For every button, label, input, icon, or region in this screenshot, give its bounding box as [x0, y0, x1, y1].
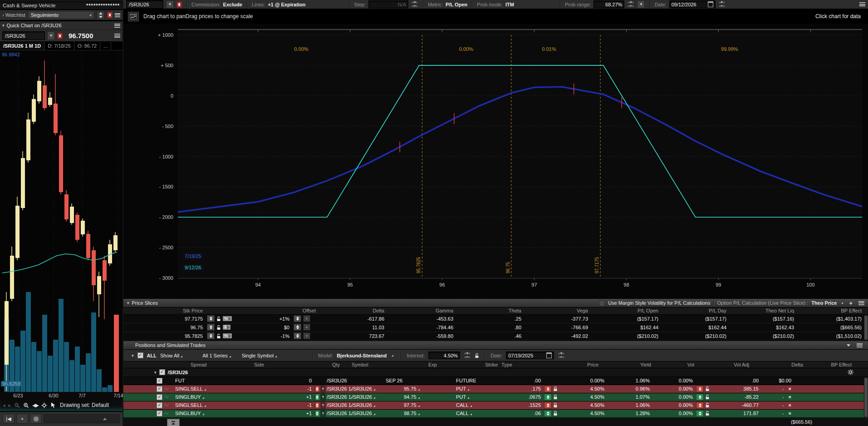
- all-checkbox[interactable]: ✓: [137, 352, 143, 358]
- remove-row-icon[interactable]: ×: [789, 402, 791, 408]
- exp-value[interactable]: SEP 26: [352, 378, 404, 383]
- vol-adj-value[interactable]: 0.00%: [651, 386, 694, 391]
- col-exp[interactable]: Exp: [404, 362, 456, 367]
- sidebar-scroll-track[interactable]: [44, 414, 120, 423]
- zoom-out-icon[interactable]: [14, 402, 20, 408]
- lock-open-icon[interactable]: [705, 386, 710, 391]
- value-stepper[interactable]: [294, 324, 301, 331]
- mini-chart-canvas[interactable]: [0, 50, 123, 392]
- value-stepper[interactable]: [315, 410, 320, 417]
- crosshair-icon[interactable]: [41, 402, 47, 408]
- qty-value[interactable]: -1: [254, 402, 313, 408]
- value-stepper[interactable]: [294, 315, 301, 322]
- lock-closed-icon[interactable]: [553, 386, 558, 391]
- collapse-caret-icon[interactable]: ▾: [127, 301, 129, 305]
- lines-value[interactable]: +1 @ Expiration: [268, 2, 305, 7]
- gear-icon[interactable]: [30, 414, 42, 424]
- strike-value[interactable]: 97.75: [404, 402, 456, 408]
- col-vol-adj[interactable]: Vol Adj: [694, 362, 760, 367]
- prob-range-stepper[interactable]: +−: [627, 1, 634, 8]
- col-type[interactable]: Type: [501, 362, 542, 367]
- remove-row-icon[interactable]: ×: [789, 394, 791, 400]
- positions-scrollbar[interactable]: [864, 377, 868, 418]
- type-value[interactable]: CALL: [456, 411, 501, 416]
- col-side[interactable]: Side: [254, 362, 313, 367]
- symbol-value[interactable]: /SR3U26: [327, 378, 352, 383]
- vol-adj-value[interactable]: 0.00%: [651, 394, 694, 400]
- single-symbol-dropdown[interactable]: Single Symbol: [242, 353, 277, 358]
- col-spread[interactable]: Spread: [191, 362, 254, 367]
- lock-open-icon[interactable]: [705, 411, 710, 416]
- exp-value[interactable]: /SR3U26: [352, 411, 404, 416]
- symbol-input[interactable]: /SR3U26: [2, 31, 45, 40]
- prob-range-input[interactable]: 68.27%: [593, 0, 624, 8]
- watchlist-selector[interactable]: Seguimiento: [28, 11, 94, 19]
- qty-value[interactable]: +1: [254, 394, 313, 400]
- date-stepper[interactable]: +−: [718, 1, 726, 8]
- step-input[interactable]: N/A: [368, 0, 408, 8]
- type-value[interactable]: PUT: [456, 394, 501, 400]
- price-slices-menu-icon[interactable]: [858, 301, 864, 305]
- lock-closed-icon[interactable]: [553, 394, 558, 400]
- lock-open-icon[interactable]: [216, 316, 221, 322]
- sim-date-input[interactable]: 07/19/2025: [506, 352, 554, 359]
- col-vega[interactable]: Vega: [523, 308, 589, 313]
- add-slice-button[interactable]: +: [846, 300, 855, 307]
- row-checkbox[interactable]: ✓: [157, 402, 162, 408]
- group-checkbox[interactable]: ✓: [159, 369, 165, 375]
- symbol-row-menu-icon[interactable]: [114, 34, 120, 38]
- vol-adj-value[interactable]: 0.00%: [651, 402, 694, 408]
- value-stepper[interactable]: [544, 402, 552, 409]
- row-checkbox[interactable]: ✓: [157, 411, 162, 416]
- watchlist-menu-icon[interactable]: [115, 13, 120, 17]
- chart-more-tab[interactable]: ...: [100, 42, 111, 50]
- value-stepper[interactable]: [696, 394, 704, 401]
- risk-profile-chart[interactable]: + 1000+ 5000- 500- 1000- 1500- 2000- 250…: [123, 24, 868, 298]
- col-stk-price[interactable]: Stk Price: [123, 308, 204, 313]
- show-all-dropdown[interactable]: Show All: [160, 353, 182, 358]
- link-group-red-icon[interactable]: [107, 12, 113, 18]
- dropdown-icon[interactable]: ▾: [303, 315, 310, 322]
- dropdown-icon[interactable]: ▾: [321, 402, 325, 409]
- calendar-icon[interactable]: [708, 1, 713, 7]
- lock-open-icon[interactable]: [216, 325, 221, 330]
- chart-style-icon[interactable]: [128, 12, 139, 21]
- col-delta[interactable]: Delta: [760, 362, 803, 367]
- col-pl-day[interactable]: P/L Day: [660, 308, 728, 313]
- col-pl-open[interactable]: P/L Open: [589, 308, 660, 313]
- symbol-dropdown-icon[interactable]: ▼: [47, 31, 55, 40]
- side-value[interactable]: SELL: [191, 386, 254, 391]
- pl-calc-value[interactable]: Theo Price: [811, 300, 837, 306]
- col-delta[interactable]: Delta: [319, 308, 386, 313]
- watchlist-expander[interactable]: › Watchlist: [2, 12, 25, 18]
- mini-candle-chart[interactable]: 96.9842 96.6258: [0, 50, 123, 392]
- sim-date-stepper[interactable]: +−: [558, 352, 565, 359]
- collapse-caret-icon[interactable]: ▾: [132, 353, 134, 358]
- cursor-icon[interactable]: [50, 402, 56, 408]
- model-value[interactable]: Bjerksund-Stensland: [337, 353, 387, 358]
- type-value[interactable]: PUT: [456, 386, 501, 391]
- col-yield[interactable]: Yield: [606, 362, 651, 367]
- offset-value[interactable]: $0: [241, 325, 291, 330]
- col-symbol[interactable]: Symbol: [352, 362, 404, 367]
- margin-volatility-checkbox[interactable]: [599, 300, 605, 306]
- value-stepper[interactable]: [207, 324, 215, 331]
- risk-chart-canvas[interactable]: + 1000+ 5000- 500- 1000- 1500- 2000- 250…: [123, 24, 868, 298]
- symbol-value[interactable]: /SR3U26 1/250...: [327, 411, 352, 416]
- symbol-group-row[interactable]: ▾ ✓ /SR3U26: [123, 368, 868, 377]
- strike-value[interactable]: 95.75: [404, 386, 456, 391]
- add-button[interactable]: +: [16, 414, 28, 424]
- lock-open-icon[interactable]: [705, 394, 710, 400]
- dropdown-icon[interactable]: ▾: [321, 410, 325, 417]
- offset-unit-badge[interactable]: $: [223, 325, 230, 330]
- offset-value[interactable]: +1%: [241, 316, 291, 322]
- interest-stepper[interactable]: +−: [464, 352, 471, 359]
- col-offset[interactable]: Offset: [241, 308, 319, 313]
- col-gamma[interactable]: Gamma: [386, 308, 455, 313]
- price-value[interactable]: .175: [501, 386, 542, 391]
- symbol-value[interactable]: /SR3U26 1/250...: [327, 402, 352, 408]
- strike-value[interactable]: 94.75: [404, 394, 456, 400]
- go-to-start-button[interactable]: |◀: [3, 414, 15, 424]
- step-stepper[interactable]: +−: [411, 1, 418, 8]
- stk-price-value[interactable]: 96.75: [123, 325, 204, 330]
